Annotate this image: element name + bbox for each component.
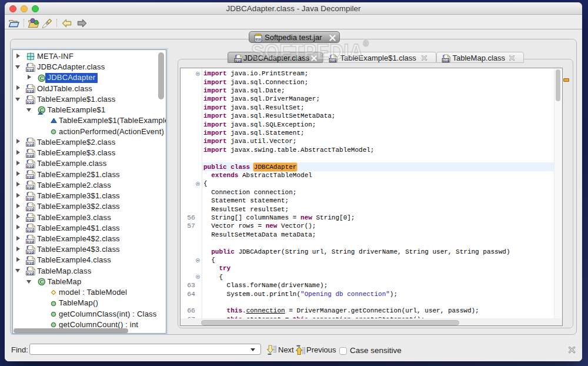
svg-text:010: 010 <box>27 228 34 232</box>
svg-text:010: 010 <box>27 89 34 93</box>
svg-text:010: 010 <box>27 218 34 222</box>
svg-text:010: 010 <box>27 249 34 254</box>
svg-text:C: C <box>39 278 44 285</box>
svg-text:C: C <box>39 75 44 81</box>
svg-text:010: 010 <box>27 99 34 104</box>
svg-text:010: 010 <box>27 196 34 200</box>
svg-text:010: 010 <box>27 185 34 189</box>
svg-text:010: 010 <box>27 239 34 243</box>
svg-text:010: 010 <box>27 67 34 71</box>
svg-text:010: 010 <box>27 142 34 147</box>
svg-text:010: 010 <box>235 59 241 62</box>
svg-text:010: 010 <box>27 271 34 275</box>
svg-text:010: 010 <box>27 207 34 211</box>
svg-text:010: 010 <box>27 153 34 157</box>
svg-text:010: 010 <box>443 59 449 62</box>
svg-text:010: 010 <box>27 175 34 179</box>
svg-text:010: 010 <box>27 164 34 168</box>
svg-text:010: 010 <box>27 261 34 265</box>
